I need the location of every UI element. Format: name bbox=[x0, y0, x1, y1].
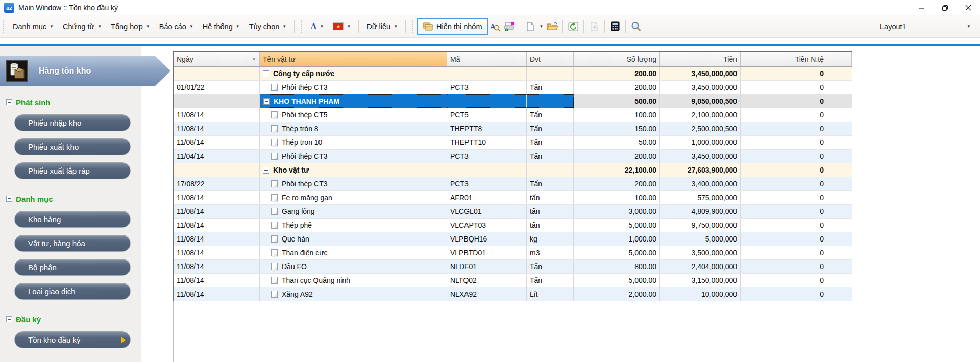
cell-unit[interactable]: Tấn bbox=[527, 122, 574, 135]
cell-unit[interactable]: Tấn bbox=[527, 108, 574, 122]
collapse-minus-icon[interactable] bbox=[263, 70, 270, 77]
cell-name[interactable]: Fe ro măng gan bbox=[260, 191, 447, 204]
cell-foreign-amount[interactable]: 0 bbox=[741, 122, 827, 135]
cell-quantity[interactable]: 100.00 bbox=[574, 108, 660, 122]
cell-quantity[interactable]: 5,000.00 bbox=[574, 246, 660, 259]
checkbox-icon[interactable] bbox=[271, 180, 278, 187]
cell-unit[interactable] bbox=[527, 67, 574, 80]
cell-name[interactable]: Phôi thép CT3 bbox=[260, 177, 447, 190]
cell-code[interactable]: PCT3 bbox=[447, 81, 527, 94]
cell-name[interactable]: KHO THANH PHAM bbox=[260, 94, 447, 108]
sort-filter-icon[interactable]: ▼ bbox=[252, 57, 256, 62]
cell-name[interactable]: Than cục Quảng ninh bbox=[260, 274, 447, 287]
column-header-name[interactable]: Tên vật tư bbox=[260, 52, 447, 66]
cell-date[interactable]: 11/08/14 bbox=[174, 260, 260, 273]
column-header-code[interactable]: Mã bbox=[447, 52, 527, 66]
search-button[interactable] bbox=[629, 19, 643, 34]
table-row[interactable]: 11/08/14Thép tron 10THEPTT10Tấn50.001,00… bbox=[174, 136, 852, 150]
cell-code[interactable]: THEPTT10 bbox=[447, 136, 527, 149]
chevron-down-icon[interactable]: ▼ bbox=[540, 24, 544, 29]
cell-name[interactable]: Phôi thép CT5 bbox=[260, 108, 447, 122]
cell-date[interactable]: 11/08/14 bbox=[174, 232, 260, 246]
cell-foreign-amount[interactable]: 0 bbox=[741, 108, 827, 122]
cell-amount[interactable]: 4,809,900,000 bbox=[660, 205, 741, 218]
cell-code[interactable]: VLCGL01 bbox=[447, 205, 527, 218]
cell-amount[interactable]: 3,500,000,000 bbox=[660, 246, 741, 259]
table-row[interactable]: 11/08/14Xăng A92NLXA92Lít2,000.0010,000,… bbox=[174, 287, 852, 301]
print-preview-button[interactable] bbox=[502, 19, 517, 34]
checkbox-icon[interactable] bbox=[271, 111, 278, 118]
cell-foreign-amount[interactable]: 0 bbox=[741, 246, 827, 259]
cell-foreign-amount[interactable]: 0 bbox=[741, 287, 827, 301]
cell-amount[interactable]: 575,000,000 bbox=[660, 191, 741, 204]
cell-unit[interactable]: Tấn bbox=[527, 150, 574, 163]
cell-foreign-amount[interactable]: 0 bbox=[741, 177, 827, 190]
cell-name[interactable]: Gang lỏng bbox=[260, 205, 447, 218]
cell-name[interactable]: Than điện cực bbox=[260, 246, 447, 259]
close-button[interactable] bbox=[957, 0, 980, 15]
cell-foreign-amount[interactable]: 0 bbox=[741, 81, 827, 94]
new-document-button[interactable] bbox=[523, 19, 537, 34]
cell-amount[interactable]: 2,500,000,500 bbox=[660, 122, 741, 135]
cell-code[interactable]: PCT3 bbox=[447, 150, 527, 163]
sidebar-item[interactable]: Kho hàng bbox=[14, 211, 131, 228]
sidebar-item[interactable]: Vật tư, hàng hóa bbox=[14, 235, 131, 252]
sidebar-section-2[interactable]: Đầu kỳ bbox=[6, 314, 141, 324]
collapse-minus-icon[interactable] bbox=[6, 196, 12, 202]
group-row[interactable]: KHO THANH PHAM500.009,050,000,5000 bbox=[174, 94, 852, 108]
sidebar-item[interactable]: Phiếu nhập kho bbox=[14, 114, 131, 131]
cell-unit[interactable]: Tấn bbox=[527, 260, 574, 273]
cell-unit[interactable]: Tấn bbox=[527, 177, 574, 190]
table-row[interactable]: 01/01/22Phôi thép CT3PCT3Tấn200.003,450,… bbox=[174, 81, 852, 94]
menubar-item-0[interactable]: Danh mục▼ bbox=[8, 20, 58, 33]
cell-unit[interactable]: kg bbox=[527, 232, 574, 246]
group-row[interactable]: Công ty cấp nước200.003,450,000,0000 bbox=[174, 67, 852, 81]
cell-quantity[interactable]: 200.00 bbox=[574, 150, 660, 163]
cell-name[interactable]: Que hàn bbox=[260, 232, 447, 246]
cell-amount[interactable]: 5,000,000 bbox=[660, 232, 741, 246]
cell-name[interactable]: Thép tron 10 bbox=[260, 136, 447, 149]
cell-code[interactable] bbox=[447, 163, 527, 177]
cell-name[interactable]: Phôi thép CT3 bbox=[260, 150, 447, 163]
cell-quantity[interactable]: 500.00 bbox=[574, 94, 660, 108]
cell-quantity[interactable]: 5,000.00 bbox=[574, 274, 660, 287]
cell-foreign-amount[interactable]: 0 bbox=[741, 260, 827, 273]
cell-amount[interactable]: 3,150,000,000 bbox=[660, 274, 741, 287]
cell-foreign-amount[interactable]: 0 bbox=[741, 163, 827, 177]
cell-date[interactable]: 11/08/14 bbox=[174, 246, 260, 259]
cell-code[interactable]: THEPTT8 bbox=[447, 122, 527, 135]
checkbox-icon[interactable] bbox=[271, 208, 278, 215]
cell-code[interactable]: VLCAPT03 bbox=[447, 219, 527, 232]
table-row[interactable]: 11/08/14Phôi thép CT5PCT5Tấn100.002,100,… bbox=[174, 108, 852, 122]
cell-foreign-amount[interactable]: 0 bbox=[741, 67, 827, 80]
cell-name[interactable]: Thép phế bbox=[260, 219, 447, 232]
sidebar-item[interactable]: Phiếu xuất lắp ráp bbox=[14, 162, 131, 179]
cell-amount[interactable]: 2,404,000,000 bbox=[660, 260, 741, 273]
cell-unit[interactable]: Tấn bbox=[527, 274, 574, 287]
cell-quantity[interactable]: 200.00 bbox=[574, 81, 660, 94]
cell-foreign-amount[interactable]: 0 bbox=[741, 94, 827, 108]
color-flag-button[interactable]: ★ ▼ bbox=[328, 20, 355, 32]
cell-amount[interactable]: 10,000,000 bbox=[660, 287, 741, 301]
column-header-date[interactable]: Ngày▼ bbox=[174, 52, 260, 66]
sidebar-item[interactable]: Loại giao dịch bbox=[14, 283, 131, 300]
cell-date[interactable]: 17/08/22 bbox=[174, 177, 260, 190]
cell-code[interactable]: VLPBTD01 bbox=[447, 246, 527, 259]
table-row[interactable]: 11/08/14Thép phếVLCAPT03tấn5,000.009,750… bbox=[174, 219, 852, 232]
table-row[interactable]: 11/08/14Than điện cựcVLPBTD01m35,000.003… bbox=[174, 246, 852, 260]
cell-date[interactable]: 11/08/14 bbox=[174, 287, 260, 301]
menubar-item-1[interactable]: Chứng từ▼ bbox=[58, 20, 106, 33]
cell-amount[interactable]: 3,400,000,000 bbox=[660, 177, 741, 190]
show-groups-toggle[interactable]: Hiển thị nhóm bbox=[417, 18, 487, 35]
cell-quantity[interactable]: 22,100.00 bbox=[574, 163, 660, 177]
minimize-button[interactable] bbox=[910, 0, 933, 15]
cell-unit[interactable]: Tấn bbox=[527, 136, 574, 149]
cell-date[interactable]: 11/08/14 bbox=[174, 191, 260, 204]
cell-code[interactable]: PCT3 bbox=[447, 177, 527, 190]
group-row[interactable]: Kho vật tư22,100.0027,603,900,0000 bbox=[174, 163, 852, 177]
cell-amount[interactable]: 9,750,000,000 bbox=[660, 219, 741, 232]
column-header-unit[interactable]: Đvt bbox=[527, 52, 574, 66]
checkbox-icon[interactable] bbox=[271, 235, 278, 243]
table-row[interactable]: 11/08/14Fe ro măng ganAFR01tấn100.00575,… bbox=[174, 191, 852, 205]
data-menu[interactable]: Dữ liệu ▼ bbox=[362, 20, 402, 33]
